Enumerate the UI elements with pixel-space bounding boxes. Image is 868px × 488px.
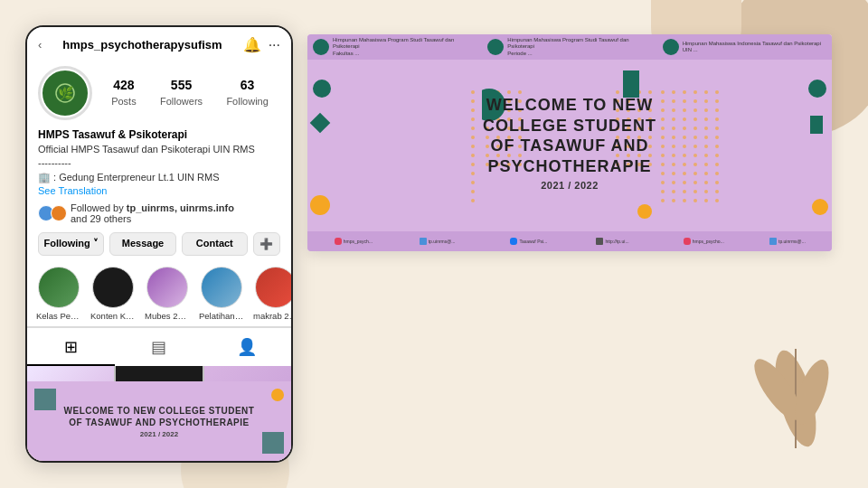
facebook-icon-2 <box>510 238 517 245</box>
instagram-icon-3 <box>684 238 691 245</box>
banner-title-line1: WELCOME TO NEW COLLEGE STUDENT <box>482 95 656 136</box>
circle-decor-3 <box>808 80 826 98</box>
email-icon-3 <box>769 238 777 245</box>
dots-pattern-1 <box>410 61 482 206</box>
contact-button[interactable]: Contact <box>182 232 248 256</box>
banner-panel-1: Himpunan Mahasiswa Program Studi Tasawuf… <box>307 34 482 251</box>
banner-panel-2: Himpunan Mahasiswa Program Studi Tasawuf… <box>482 34 656 251</box>
bio-description: Official HMPS Tasawuf dan Psikoterapi UI… <box>38 143 280 156</box>
following-count: 63 <box>226 78 268 92</box>
instagram-icon-1 <box>335 238 342 245</box>
header-actions: 🔔 ··· <box>243 36 280 53</box>
message-button[interactable]: Message <box>109 232 175 256</box>
username-header: hmps_psychotherapysufism <box>45 38 239 52</box>
banner-decor-tr <box>271 389 284 401</box>
bio-section: HMPS Tasawuf & Psikoterapi Official HMPS… <box>27 124 291 200</box>
highlight-item-2[interactable]: Konten Keil... <box>90 267 136 321</box>
profile-section: 🌿 428 Posts 555 Followers 63 Following <box>27 59 291 124</box>
bio-dashes: ---------- <box>38 156 280 170</box>
banner-panel-3-header: Himpunan Mahasiswa Indonesia Tasawuf dan… <box>657 34 832 60</box>
banner-header-text-2: Himpunan Mahasiswa Program Studi Tasawuf… <box>507 37 651 57</box>
footer-item-1b: tp.uinrms@... <box>420 238 456 245</box>
see-translation-link[interactable]: See Translation <box>38 184 280 198</box>
following-label: Following <box>226 96 268 107</box>
bell-icon[interactable]: 🔔 <box>243 36 261 53</box>
rect-top <box>623 70 639 98</box>
banner-image-panel: Himpunan Mahasiswa Program Studi Tasawuf… <box>307 34 832 251</box>
followed-by-text: Followed by tp_uinrms, uinrms.info and 2… <box>71 202 234 224</box>
highlight-circle-2 <box>92 267 134 308</box>
bio-location: 🏢 : Gedung Enterpreneur Lt.1 UIN RMS <box>38 171 280 184</box>
circle-decor-1 <box>313 80 331 98</box>
highlight-item-5[interactable]: makrab 2022 <box>253 267 291 321</box>
posts-count: 428 <box>111 78 137 92</box>
following-button[interactable]: Following ˅ <box>38 232 104 256</box>
highlight-circle-4 <box>201 267 242 308</box>
phone-banner-title-line1: WELCOME TO NEW COLLEGE STUDENT <box>64 405 255 417</box>
highlight-circle-1 <box>38 267 80 308</box>
banner-grid: Himpunan Mahasiswa Program Studi Tasawuf… <box>307 34 832 251</box>
stats-container: 428 Posts 555 Followers 63 Following <box>99 78 280 108</box>
following-stat[interactable]: 63 Following <box>226 78 268 108</box>
highlight-circle-3 <box>146 267 188 308</box>
rect-decor-3 <box>810 116 823 134</box>
banner-panel-1-footer: hmps_psych... tp.uinrms@... <box>307 231 482 251</box>
bio-name: HMPS Tasawuf & Psikoterapi <box>38 127 280 143</box>
email-icon-1 <box>420 238 427 245</box>
highlight-label-5: makrab 2022 <box>253 311 291 321</box>
back-button[interactable]: ‹ <box>38 38 42 52</box>
orange-circle-2 <box>637 204 652 219</box>
followers-label: Followers <box>160 96 203 107</box>
highlight-circle-5 <box>255 267 291 308</box>
footer-item-3a: hmps_psycho... <box>684 238 724 245</box>
banner-panel-1-header: Himpunan Mahasiswa Program Studi Tasawuf… <box>307 34 482 60</box>
avatar-inner: 🌿 <box>41 69 90 117</box>
banner-main-text: WELCOME TO NEW COLLEGE STUDENT OF TASAWU… <box>482 95 656 191</box>
tab-grid[interactable]: ⊞ <box>27 328 115 366</box>
banner-logo-2 <box>487 39 504 55</box>
banner-header-text-3: Himpunan Mahasiswa Indonesia Tasawuf dan… <box>683 41 821 53</box>
tab-tagged[interactable]: 👤 <box>203 328 291 366</box>
banner-year: 2021 / 2022 <box>482 180 656 191</box>
tab-bar: ⊞ ▤ 👤 <box>27 327 291 366</box>
footer-item-2b: http://tp.ui... <box>596 238 628 245</box>
banner-panel-3: Himpunan Mahasiswa Indonesia Tasawuf dan… <box>657 34 832 251</box>
followed-by-section: Followed by tp_uinrms, uinrms.info and 2… <box>27 200 291 227</box>
diamond-decor-1 <box>310 113 331 134</box>
add-button[interactable]: ➕ <box>253 232 280 256</box>
highlight-item-1[interactable]: Kelas Peneli... <box>36 267 81 321</box>
dots-pattern-3 <box>657 61 721 206</box>
banner-header-text-1: Himpunan Mahasiswa Program Studi Tasawuf… <box>333 37 476 57</box>
avatar: 🌿 <box>38 66 92 120</box>
posts-stat: 428 Posts <box>111 78 137 108</box>
banner-decor-tl <box>34 389 56 410</box>
svg-text:🌿: 🌿 <box>58 86 74 101</box>
banner-logo-3 <box>663 39 679 55</box>
banner-title-line2: OF TASAWUF AND PSYCHOTHERAPIE <box>482 136 656 176</box>
banner-logo-1 <box>313 39 329 55</box>
followers-count: 555 <box>160 78 203 92</box>
highlight-item-4[interactable]: Pelatihan B... <box>199 267 244 321</box>
highlight-item-3[interactable]: Mubes 2022 <box>145 267 190 321</box>
footer-item-1a: hmps_psych... <box>335 238 373 245</box>
more-icon[interactable]: ··· <box>269 37 280 53</box>
banner-panel-3-footer: hmps_psycho... tp.uinrms@... <box>657 231 832 251</box>
link-icon-2 <box>596 238 603 245</box>
posts-label: Posts <box>111 96 137 107</box>
action-buttons: Following ˅ Message Contact ➕ <box>27 227 291 261</box>
footer-item-2a: Tasawuf Psi... <box>510 238 547 245</box>
leaf-decoration <box>750 340 841 461</box>
highlight-label-3: Mubes 2022 <box>145 311 190 321</box>
followed-avatars <box>38 205 67 221</box>
ig-header: ‹ hmps_psychotherapysufism 🔔 ··· <box>27 27 291 59</box>
banner-decor-br <box>262 432 284 454</box>
phone-banner-year: 2021 / 2022 <box>140 430 178 438</box>
followers-stat[interactable]: 555 Followers <box>160 78 203 108</box>
phone-bottom-banner: WELCOME TO NEW COLLEGE STUDENT OF TASAWU… <box>27 381 291 461</box>
orange-circle-1 <box>310 195 330 215</box>
follower-avatar-2 <box>51 205 67 221</box>
highlight-label-1: Kelas Peneli... <box>36 311 81 321</box>
highlight-label-4: Pelatihan B... <box>199 311 244 321</box>
tab-reels[interactable]: ▤ <box>115 328 203 366</box>
banner-panel-2-footer: Tasawuf Psi... http://tp.ui... <box>482 231 656 251</box>
